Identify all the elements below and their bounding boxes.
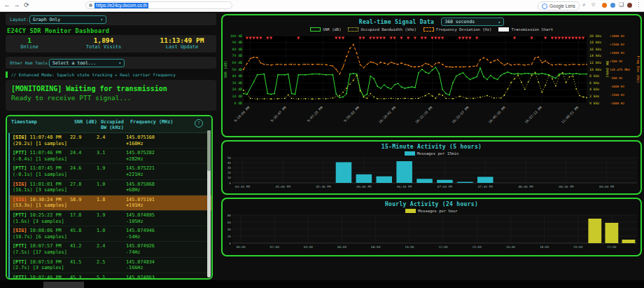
- cell-timestamp: [SIG] 10:08:06 PM(10.7s) [6 samples]: [13, 228, 70, 240]
- svg-text:50: 50: [227, 156, 232, 160]
- svg-text:40 dB: 40 dB: [232, 74, 243, 78]
- help-icon[interactable]: ?: [195, 119, 203, 128]
- extension-icon-blue[interactable]: [610, 3, 615, 8]
- google-lens-button[interactable]: Google Lens: [538, 1, 580, 11]
- cell-snr: 58.9: [70, 197, 97, 209]
- time-range-select[interactable]: 360 seconds ▾: [441, 18, 504, 26]
- svg-text:4 kHz: 4 kHz: [589, 88, 600, 91]
- table-row[interactable]: [SIG] 11:01:01 PM(16.1s) [3 samples]27.8…: [10, 180, 211, 196]
- svg-text:50 dB: 50 dB: [232, 68, 243, 71]
- table-row[interactable]: [SIG] 10:30:24 PM(53.3s) [1 samples]58.9…: [10, 196, 211, 211]
- layout-select-value: Graph Only: [33, 17, 60, 22]
- obw-legend-swatch: [348, 27, 358, 32]
- svg-text:06:00: 06:00: [337, 245, 347, 249]
- activity-15min-title: 15-Minute Activity (5 hours): [382, 144, 482, 150]
- svg-text:09:00 PM: 09:00 PM: [599, 185, 615, 188]
- svg-text:10:22:19 PM: 10:22:19 PM: [414, 106, 433, 124]
- cell-bw: 2.5: [97, 259, 126, 271]
- messages-hour-label: Messages per hour: [418, 209, 457, 213]
- cell-frequency: 145.075221+221Hz: [126, 165, 210, 177]
- svg-text:10:33:57 PM: 10:33:57 PM: [451, 106, 470, 124]
- url-text[interactable]: https://e24cy.dxcom.co.th: [94, 3, 148, 8]
- menu-icon[interactable]: ⋮: [636, 1, 641, 8]
- table-row[interactable]: [PTT] 11:07:46 PM(-0.4s) [1 samples]24.4…: [10, 149, 211, 164]
- svg-text:06:00 PM: 06:00 PM: [356, 185, 372, 188]
- obw-legend-label: Occupied Bandwidth (kHz): [360, 27, 416, 32]
- star-icon[interactable]: ☆: [591, 1, 596, 8]
- browser-toolbar: ← → ⟳ https://e24cy.dxcom.co.th Google L…: [0, 0, 644, 12]
- last-update-label: Last Update: [150, 44, 214, 50]
- refresh-icon[interactable]: ⟳: [22, 1, 31, 10]
- extensions-puzzle-icon[interactable]: ❏: [619, 1, 624, 8]
- svg-text:12 kHz: 12 kHz: [589, 61, 601, 64]
- table-row[interactable]: [PTT] 10:25:22 PM(1.6s) [3 samples]17.81…: [10, 211, 211, 226]
- svg-text:-1000 Hz: -1000 Hz: [610, 85, 625, 88]
- layout-label: Layout:: [10, 17, 29, 22]
- svg-text:07:30 PM: 07:30 PM: [478, 185, 493, 188]
- table-row[interactable]: [PTT] 11:07:45 PM(-0.1s) [1 samples]24.6…: [10, 164, 211, 179]
- table-row[interactable]: [PTT] 10:07:57 PM(7.5s) [17 samples]41.2…: [10, 242, 211, 257]
- svg-text:2 kHz: 2 kHz: [589, 95, 600, 98]
- activity-15min-panel: 15-Minute Activity (5 hours) Messages pe…: [221, 140, 642, 195]
- tools-label: Other Ham Tools:: [10, 60, 50, 65]
- svg-text:+1000 Hz: +1000 Hz: [610, 51, 625, 55]
- cell-timestamp: [SIG] 11:01:01 PM(16.1s) [3 samples]: [13, 181, 70, 193]
- col-timestamp: Timestamp: [11, 119, 74, 130]
- activity-hourly-title: Hourly Activity (24 hours): [385, 201, 478, 207]
- svg-text:-1500 Hz: -1500 Hz: [610, 93, 625, 97]
- tools-bar: Other Ham Tools: Select a tool... ▾: [6, 57, 216, 69]
- svg-text:10:00: 10:00: [405, 245, 414, 249]
- svg-text:60: 60: [227, 221, 232, 224]
- svg-text:-2000 Hz: -2000 Hz: [610, 102, 625, 105]
- table-row[interactable]: [PTT] 10:07:53 PM(2.7s) [3 samples]41.52…: [10, 258, 211, 273]
- svg-text:0: 0: [229, 181, 231, 185]
- svg-text:+2000 Hz: +2000 Hz: [610, 34, 625, 38]
- page-bottom-fragment: [43, 282, 84, 288]
- svg-text:-500 Hz: -500 Hz: [610, 76, 623, 80]
- tools-select[interactable]: Select a tool... ▾: [49, 59, 125, 67]
- forward-icon[interactable]: →: [13, 1, 21, 10]
- cell-snr: 41.2: [70, 243, 97, 255]
- last-update-time: 11:13:49 PM: [150, 36, 214, 44]
- svg-text:40: 40: [227, 161, 232, 165]
- back-icon[interactable]: ←: [3, 1, 11, 10]
- svg-text:10: 10: [227, 176, 232, 179]
- cell-snr: 27.8: [70, 181, 97, 193]
- scrollbar-thumb[interactable]: [207, 130, 211, 171]
- search-icon[interactable]: ⌕: [582, 1, 585, 8]
- stat-visits: 1,894 Total Visits: [76, 36, 132, 50]
- google-lens-icon: [542, 4, 547, 9]
- layout-select[interactable]: Graph Only ▾: [29, 15, 106, 24]
- freqdev-legend-label: Frequency Deviation (Hz): [436, 27, 491, 32]
- table-row[interactable]: [SIG] 11:07:48 PM(29.2s) [1 samples]22.9…: [10, 133, 211, 149]
- cell-bw: 1.8: [97, 197, 126, 209]
- table-scrollbar[interactable]: [207, 130, 211, 277]
- activity-hourly-chart: 02040608000:0002:0004:0006:0008:0010:001…: [223, 213, 640, 251]
- table-row[interactable]: [PTT] 10:07:46 PM(5.6s) [11 samples]45.3…: [10, 273, 211, 280]
- svg-text:08:30 PM: 08:30 PM: [559, 185, 574, 188]
- extension-icon-orange[interactable]: [602, 3, 607, 8]
- monitor-status-box: [MONITORING] Waiting for transmission Re…: [6, 80, 216, 111]
- svg-text:16 kHz: 16 kHz: [589, 48, 601, 51]
- svg-text:14 kHz: 14 kHz: [589, 54, 601, 57]
- svg-text:10:10:41 PM: 10:10:41 PM: [378, 106, 396, 124]
- svg-text:12:00: 12:00: [438, 245, 448, 249]
- time-range-value: 360 seconds: [444, 19, 475, 25]
- svg-text:20 dB: 20 dB: [232, 88, 243, 91]
- activity-hourly-panel: Hourly Activity (24 hours) Messages per …: [221, 198, 642, 256]
- url-bar[interactable]: https://e24cy.dxcom.co.th: [85, 1, 232, 9]
- cell-bw: 2.4: [97, 243, 126, 255]
- cell-frequency: 145.074946-54Hz: [126, 228, 210, 240]
- messages-hour-swatch: [405, 209, 416, 213]
- layout-bar: Layout: Graph Only ▾: [6, 13, 216, 25]
- svg-text:04:00: 04:00: [304, 245, 314, 249]
- realtime-chart-panel: Real-time Signal Data 360 seconds ▾ SNR …: [221, 14, 642, 137]
- svg-text:04:30 PM: 04:30 PM: [235, 185, 251, 188]
- svg-text:9:35:47 PM: 9:35:47 PM: [270, 106, 287, 123]
- realtime-signal-chart: 0 dB10 dB20 dB30 dB40 dB50 dB60 dB70 dB8…: [223, 32, 640, 130]
- cell-timestamp: [PTT] 10:07:57 PM(7.5s) [17 samples]: [13, 243, 70, 255]
- profile-avatar[interactable]: [627, 3, 632, 8]
- cell-snr: 24.4: [70, 150, 97, 162]
- table-row[interactable]: [SIG] 10:08:06 PM(10.7s) [6 samples]45.8…: [10, 226, 211, 242]
- cell-frequency: 145.074863-137Hz: [126, 275, 210, 280]
